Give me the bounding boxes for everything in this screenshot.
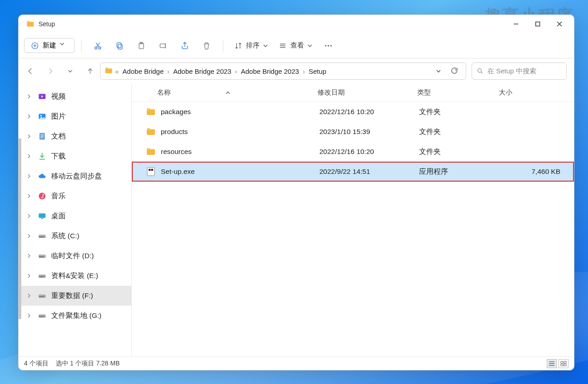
view-button[interactable]: 查看 xyxy=(274,37,317,55)
paste-button[interactable] xyxy=(131,37,151,55)
file-date: 2022/12/16 10:20 xyxy=(319,108,419,116)
chevron-down-icon xyxy=(60,42,68,50)
cut-button[interactable] xyxy=(88,37,108,55)
recent-button[interactable] xyxy=(66,67,75,76)
share-button[interactable] xyxy=(175,37,195,55)
up-button[interactable] xyxy=(86,67,95,76)
svg-rect-56 xyxy=(561,361,563,363)
rename-icon xyxy=(159,41,168,50)
svg-point-43 xyxy=(44,276,45,277)
svg-point-32 xyxy=(39,193,46,200)
clipboard-icon xyxy=(137,41,146,50)
sidebar-item[interactable]: 移动云盘同步盘 xyxy=(19,166,131,186)
status-selected: 选中 1 个项目 7.28 MB xyxy=(56,360,120,368)
sidebar-item[interactable]: 下载 xyxy=(19,146,131,166)
file-type: 应用程序 xyxy=(419,167,501,177)
breadcrumb-segment[interactable]: Adobe Bridge xyxy=(120,67,165,75)
svg-rect-57 xyxy=(564,361,566,363)
minimize-button[interactable] xyxy=(505,15,527,33)
breadcrumb-segment[interactable]: Adobe Bridge 2023 xyxy=(239,67,301,75)
breadcrumb-segment[interactable]: Setup xyxy=(307,67,328,75)
chevron-right-icon xyxy=(27,313,33,318)
forward-button[interactable] xyxy=(46,67,55,76)
sidebar-item[interactable]: 音乐 xyxy=(19,186,131,206)
breadcrumb-segment[interactable]: Adobe Bridge 2023 xyxy=(171,67,233,75)
search-input[interactable]: 在 Setup 中搜索 xyxy=(472,62,567,80)
sidebar-item-label: 音乐 xyxy=(51,192,66,201)
svg-point-40 xyxy=(44,256,45,257)
file-row[interactable]: products 2023/1/10 15:39 文件夹 xyxy=(132,122,574,142)
sidebar-item[interactable]: 重要数据 (F:) xyxy=(19,286,131,306)
column-type[interactable]: 类型 xyxy=(417,88,499,97)
copy-button[interactable] xyxy=(110,37,130,55)
svg-point-21 xyxy=(328,45,329,46)
cloud-icon xyxy=(38,172,47,181)
file-row[interactable]: resources 2022/12/16 10:20 文件夹 xyxy=(132,142,574,162)
sidebar-item-label: 图片 xyxy=(51,112,66,121)
back-button[interactable] xyxy=(26,67,35,76)
svg-rect-12 xyxy=(117,43,121,48)
history-chevron[interactable] xyxy=(432,67,445,75)
file-name: packages xyxy=(161,108,319,116)
file-type: 文件夹 xyxy=(419,107,501,117)
column-size[interactable]: 大小 xyxy=(499,88,574,97)
sidebar-item[interactable]: 图片 xyxy=(19,106,131,126)
drive-icon xyxy=(38,231,47,240)
sidebar-item[interactable]: 桌面 xyxy=(19,206,131,226)
more-button[interactable] xyxy=(318,37,338,55)
new-button[interactable]: 新建 xyxy=(24,38,75,53)
sidebar-item[interactable]: 视频 xyxy=(19,86,131,106)
breadcrumb-bar[interactable]: « Adobe Bridge› Adobe Bridge 2023› Adobe… xyxy=(100,62,466,80)
column-date[interactable]: 修改日期 xyxy=(318,88,417,97)
folder-icon xyxy=(145,126,156,137)
sort-label: 排序 xyxy=(246,41,260,50)
sidebar-item-label: 文件聚集地 (G:) xyxy=(51,311,101,321)
sidebar-item[interactable]: 文档 xyxy=(19,126,131,146)
file-row[interactable]: packages 2022/12/16 10:20 文件夹 xyxy=(132,102,574,122)
sidebar-item[interactable]: 系统 (C:) xyxy=(19,226,131,246)
list-icon xyxy=(549,361,555,366)
grid-icon xyxy=(560,361,567,366)
refresh-button[interactable] xyxy=(447,67,462,76)
svg-rect-1 xyxy=(536,22,540,26)
svg-rect-59 xyxy=(564,364,566,366)
drive-icon xyxy=(38,271,47,280)
chevron-down-icon xyxy=(436,68,441,74)
sidebar-item[interactable]: 临时文件 (D:) xyxy=(19,246,131,266)
maximize-button[interactable] xyxy=(527,15,549,33)
arrow-left-icon xyxy=(26,67,34,75)
svg-line-10 xyxy=(96,43,100,47)
arrow-up-icon xyxy=(86,67,94,75)
explorer-window: Setup 新建 排序 查看 xyxy=(18,14,574,370)
view-label: 查看 xyxy=(290,41,304,50)
svg-rect-48 xyxy=(39,315,46,316)
close-button[interactable] xyxy=(549,15,570,33)
details-view-button[interactable] xyxy=(547,359,557,368)
file-type: 文件夹 xyxy=(419,147,501,157)
svg-rect-11 xyxy=(118,44,122,49)
svg-point-20 xyxy=(325,45,326,46)
sidebar-scrollbar[interactable] xyxy=(19,138,21,319)
plus-circle-icon xyxy=(31,42,39,50)
sidebar-item[interactable]: 资料&安装 (E:) xyxy=(19,266,131,286)
chevron-down-icon xyxy=(263,43,268,48)
svg-point-49 xyxy=(44,316,45,317)
search-placeholder: 在 Setup 中搜索 xyxy=(487,67,536,76)
tiles-view-button[interactable] xyxy=(559,359,569,368)
chevron-right-icon xyxy=(27,293,33,298)
drive-icon xyxy=(38,251,47,260)
title-bar[interactable]: Setup xyxy=(19,15,574,33)
column-name[interactable]: 名称 xyxy=(157,88,171,97)
file-row[interactable]: A Set-up.exe 2022/9/22 14:51 应用程序 7,460 … xyxy=(132,162,574,182)
status-bar: 4 个项目 选中 1 个项目 7.28 MB xyxy=(19,356,574,370)
chevron-right-icon xyxy=(27,194,33,198)
sidebar[interactable]: 视频 图片 文档 下载 移动云盘同步盘 音乐 桌面 系统 (C:) 临时文件 (… xyxy=(19,84,132,356)
sidebar-item[interactable]: 文件聚集地 (G:) xyxy=(19,306,131,326)
sidebar-item-label: 下载 xyxy=(51,152,66,161)
sort-caret-icon xyxy=(225,90,231,96)
rename-button[interactable] xyxy=(153,37,173,55)
delete-button[interactable] xyxy=(197,37,217,55)
breadcrumb-overflow[interactable]: « xyxy=(115,67,119,75)
chevron-down-icon xyxy=(308,43,312,48)
sort-button[interactable]: 排序 xyxy=(230,37,272,55)
